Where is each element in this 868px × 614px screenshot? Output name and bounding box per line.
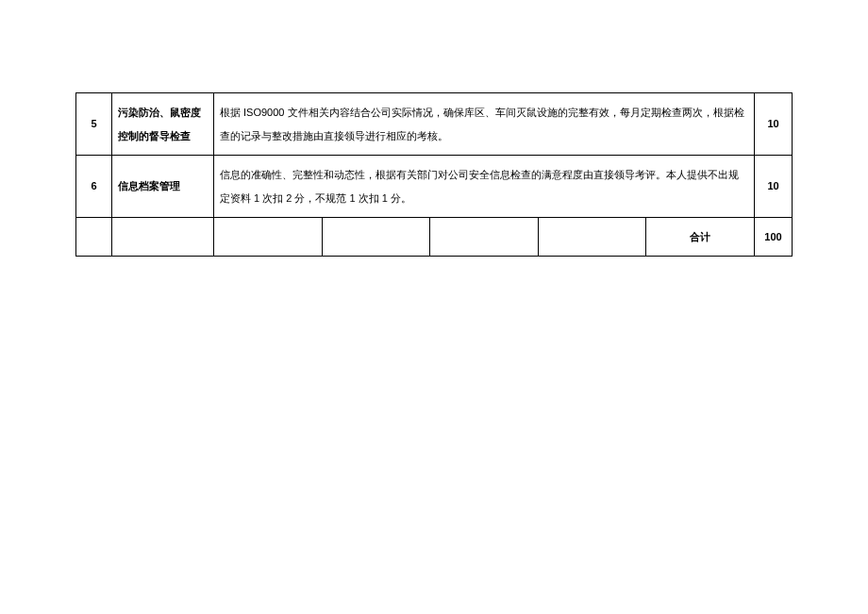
empty-cell — [214, 218, 323, 257]
table-row-total: 合计 100 — [76, 218, 793, 257]
table-row: 5 污染防治、鼠密度控制的督导检查 根据 ISO9000 文件相关内容结合公司实… — [76, 93, 793, 156]
row-score: 10 — [755, 156, 793, 218]
evaluation-table-container: 5 污染防治、鼠密度控制的督导检查 根据 ISO9000 文件相关内容结合公司实… — [75, 92, 793, 257]
total-label: 合计 — [646, 218, 755, 257]
row-number: 6 — [76, 156, 112, 218]
row-title: 污染防治、鼠密度控制的督导检查 — [112, 93, 214, 156]
row-title: 信息档案管理 — [112, 156, 214, 218]
empty-cell — [76, 218, 112, 257]
empty-cell — [538, 218, 646, 257]
row-score: 10 — [755, 93, 793, 156]
empty-cell — [430, 218, 539, 257]
row-number: 5 — [76, 93, 112, 156]
empty-cell — [112, 218, 214, 257]
total-score: 100 — [755, 218, 793, 257]
empty-cell — [322, 218, 430, 257]
row-description: 根据 ISO9000 文件相关内容结合公司实际情况，确保库区、车间灭鼠设施的完整… — [214, 93, 755, 156]
row-description: 信息的准确性、完整性和动态性，根据有关部门对公司安全信息检查的满意程度由直接领导… — [214, 156, 755, 218]
table-row: 6 信息档案管理 信息的准确性、完整性和动态性，根据有关部门对公司安全信息检查的… — [76, 156, 793, 218]
evaluation-table: 5 污染防治、鼠密度控制的督导检查 根据 ISO9000 文件相关内容结合公司实… — [75, 92, 793, 257]
